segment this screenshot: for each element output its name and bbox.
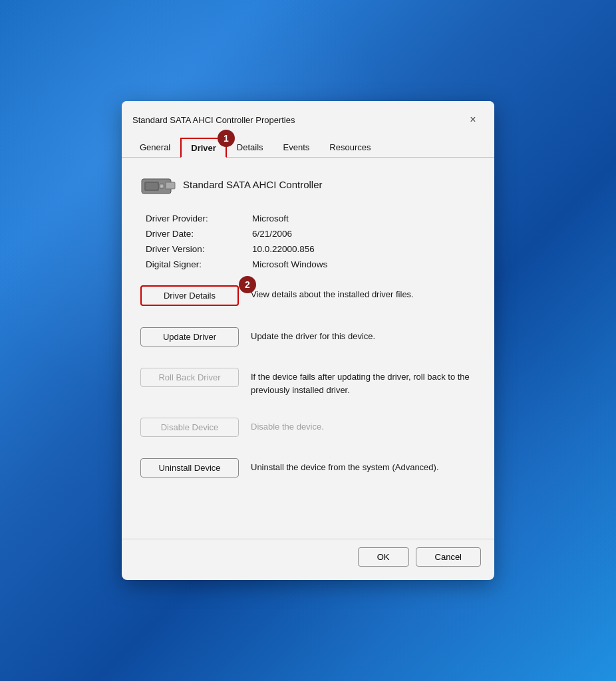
action-row-uninstall-device: Uninstall Device Uninstall the device fr… <box>140 458 476 488</box>
svg-rect-3 <box>146 183 158 190</box>
info-row-date: Driver Date: 6/21/2006 <box>146 229 476 239</box>
action-row-disable-device: Disable Device Disable the device. <box>140 418 476 448</box>
svg-point-5 <box>160 185 163 188</box>
driver-details-desc: View details about the installed driver … <box>251 285 414 301</box>
value-date: 6/21/2006 <box>252 229 292 239</box>
cancel-button[interactable]: Cancel <box>416 547 481 567</box>
device-name-label: Standard SATA AHCI Controller <box>183 179 323 190</box>
roll-back-driver-desc: If the device fails after updating the d… <box>251 368 476 396</box>
device-icon <box>140 174 172 195</box>
action-row-roll-back: Roll Back Driver If the device fails aft… <box>140 368 476 407</box>
value-signer: Microsoft Windows <box>252 259 327 269</box>
svg-rect-1 <box>166 182 175 189</box>
tab-events[interactable]: Events <box>273 138 320 158</box>
uninstall-device-button[interactable]: Uninstall Device <box>140 458 239 477</box>
driver-info-table: Driver Provider: Microsoft Driver Date: … <box>146 213 476 269</box>
properties-dialog: Standard SATA AHCI Controller Properties… <box>122 101 494 580</box>
dialog-footer: OK Cancel <box>122 539 494 580</box>
title-bar: Standard SATA AHCI Controller Properties… <box>122 101 494 130</box>
label-signer: Digital Signer: <box>146 259 252 269</box>
disable-device-button: Disable Device <box>140 418 239 437</box>
roll-back-driver-button: Roll Back Driver <box>140 368 239 387</box>
action-row-update-driver: Update Driver Update the driver for this… <box>140 327 476 357</box>
step-badge-2: 2 <box>239 276 256 293</box>
update-driver-desc: Update the driver for this device. <box>251 327 375 343</box>
tab-driver[interactable]: Driver 1 <box>180 138 227 158</box>
update-driver-button[interactable]: Update Driver <box>140 327 239 346</box>
info-row-version: Driver Version: 10.0.22000.856 <box>146 244 476 254</box>
uninstall-device-desc: Uninstall the device from the system (Ad… <box>251 458 439 474</box>
ok-button[interactable]: OK <box>358 547 409 567</box>
info-row-provider: Driver Provider: Microsoft <box>146 213 476 223</box>
tabs-bar: General Driver 1 Details Events Resource… <box>122 133 494 158</box>
disable-device-desc: Disable the device. <box>251 418 324 434</box>
step-badge-1: 1 <box>218 130 235 147</box>
label-version: Driver Version: <box>146 244 252 254</box>
label-provider: Driver Provider: <box>146 213 252 223</box>
action-row-driver-details: Driver Details 2 View details about the … <box>140 285 476 317</box>
tab-general[interactable]: General <box>130 138 180 158</box>
close-button[interactable]: × <box>462 109 484 130</box>
sata-icon-svg <box>140 174 176 198</box>
device-header: Standard SATA AHCI Controller <box>140 174 476 195</box>
info-row-signer: Digital Signer: Microsoft Windows <box>146 259 476 269</box>
content-area: Standard SATA AHCI Controller Driver Pro… <box>122 158 494 539</box>
value-version: 10.0.22000.856 <box>252 244 315 254</box>
value-provider: Microsoft <box>252 213 289 223</box>
dialog-title: Standard SATA AHCI Controller Properties <box>132 115 295 125</box>
label-date: Driver Date: <box>146 229 252 239</box>
driver-details-button[interactable]: Driver Details <box>140 285 239 306</box>
tab-resources[interactable]: Resources <box>319 138 381 158</box>
